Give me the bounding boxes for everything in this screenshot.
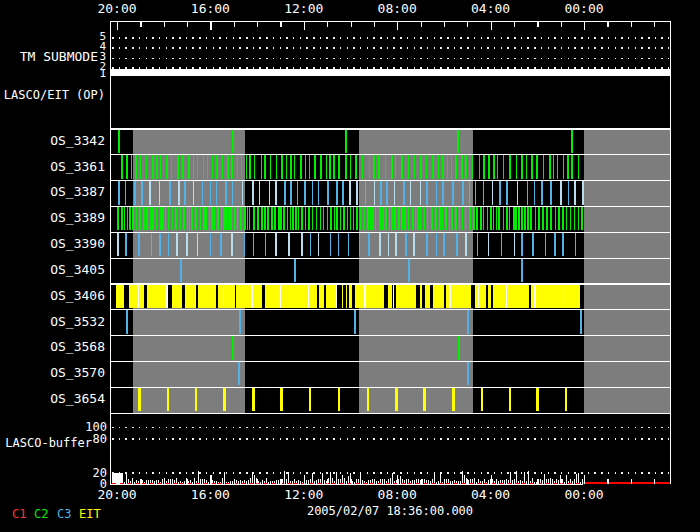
- timestamp-title: 2005/02/07 18:36:00.000: [250, 505, 530, 518]
- row-label-OS_3570: OS_3570: [0, 366, 105, 380]
- row-label-OS_3342: OS_3342: [0, 134, 105, 148]
- x-axis-top-label: 20:00: [95, 2, 139, 16]
- tm-submode-scale-value: 1: [96, 68, 106, 80]
- row-label-OS_3654: OS_3654: [0, 392, 105, 406]
- row-label-OS_3406: OS_3406: [0, 289, 105, 303]
- x-axis-top-label: 00:00: [562, 2, 606, 16]
- row-label-OS_3387: OS_3387: [0, 185, 105, 199]
- lasco-timeline-screen: 20:0020:0016:0016:0012:0012:0008:0008:00…: [0, 0, 700, 532]
- row-label-OS_3361: OS_3361: [0, 160, 105, 174]
- row-label-OS_3390: OS_3390: [0, 237, 105, 251]
- op-row-label: LASCO/EIT (OP): [0, 89, 105, 102]
- buffer-scale-value: 0: [60, 478, 107, 491]
- legend-item-c1: C1: [12, 508, 26, 521]
- row-label-OS_3389: OS_3389: [0, 211, 105, 225]
- legend-item-c3: C3: [57, 508, 71, 521]
- x-axis-top-label: 08:00: [375, 2, 419, 16]
- row-label-OS_3568: OS_3568: [0, 340, 105, 354]
- x-axis-top-label: 16:00: [188, 2, 232, 16]
- row-label-OS_3405: OS_3405: [0, 263, 105, 277]
- x-axis-top-label: 04:00: [469, 2, 513, 16]
- buffer-scale-value: 80: [60, 433, 107, 446]
- x-axis-bottom-label: 12:00: [282, 488, 326, 502]
- x-axis-bottom-label: 08:00: [375, 488, 419, 502]
- legend-item-eit: EIT: [79, 508, 101, 521]
- legend-item-c2: C2: [34, 508, 48, 521]
- row-label-OS_3532: OS_3532: [0, 315, 105, 329]
- x-axis-top-label: 12:00: [282, 2, 326, 16]
- x-axis-bottom-label: 04:00: [469, 488, 513, 502]
- x-axis-bottom-label: 16:00: [188, 488, 232, 502]
- x-axis-bottom-label: 00:00: [562, 488, 606, 502]
- tm-submode-label: TM SUBMODE: [0, 50, 98, 64]
